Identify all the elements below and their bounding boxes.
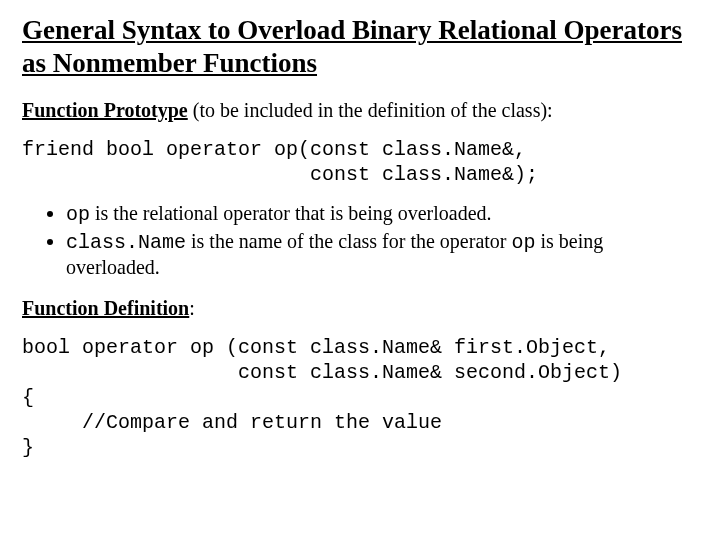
slide-content: General Syntax to Overload Binary Relati…	[0, 0, 720, 460]
prototype-label: Function Prototype	[22, 99, 188, 121]
prototype-code: friend bool operator op(const class.Name…	[22, 137, 698, 187]
definition-code: bool operator op (const class.Name& firs…	[22, 335, 698, 460]
code-inline: op	[511, 231, 535, 254]
code-inline: op	[66, 203, 90, 226]
prototype-heading: Function Prototype (to be included in th…	[22, 98, 698, 123]
list-item: class.Name is the name of the class for …	[66, 229, 698, 280]
code-inline: class.Name	[66, 231, 186, 254]
notes-list: op is the relational operator that is be…	[22, 201, 698, 280]
definition-colon: :	[189, 297, 195, 319]
definition-heading: Function Definition:	[22, 296, 698, 321]
list-text: is the relational operator that is being…	[90, 202, 492, 224]
list-item: op is the relational operator that is be…	[66, 201, 698, 227]
slide-title: General Syntax to Overload Binary Relati…	[22, 14, 698, 80]
list-text: is the name of the class for the operato…	[186, 230, 511, 252]
definition-label: Function Definition	[22, 297, 189, 319]
prototype-paren: (to be included in the definition of the…	[188, 99, 553, 121]
